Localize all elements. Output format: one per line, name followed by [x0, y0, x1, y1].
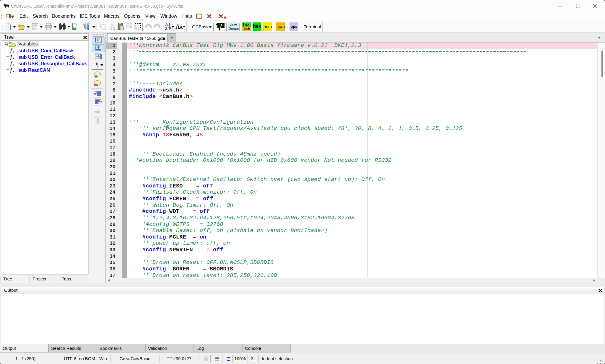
svg-text:x: x — [12, 56, 14, 60]
svg-text:?: ? — [219, 22, 223, 30]
svg-text:f: f — [10, 54, 13, 60]
svg-text:f: f — [10, 61, 13, 66]
svg-text:x: x — [12, 50, 14, 53]
svg-text:x: x — [12, 69, 14, 73]
svg-text:f: f — [10, 67, 13, 73]
svg-text:Z: Z — [165, 26, 167, 31]
svg-text:f: f — [10, 48, 13, 53]
svg-text:x: x — [12, 63, 14, 66]
svg-text:A: A — [165, 22, 168, 27]
